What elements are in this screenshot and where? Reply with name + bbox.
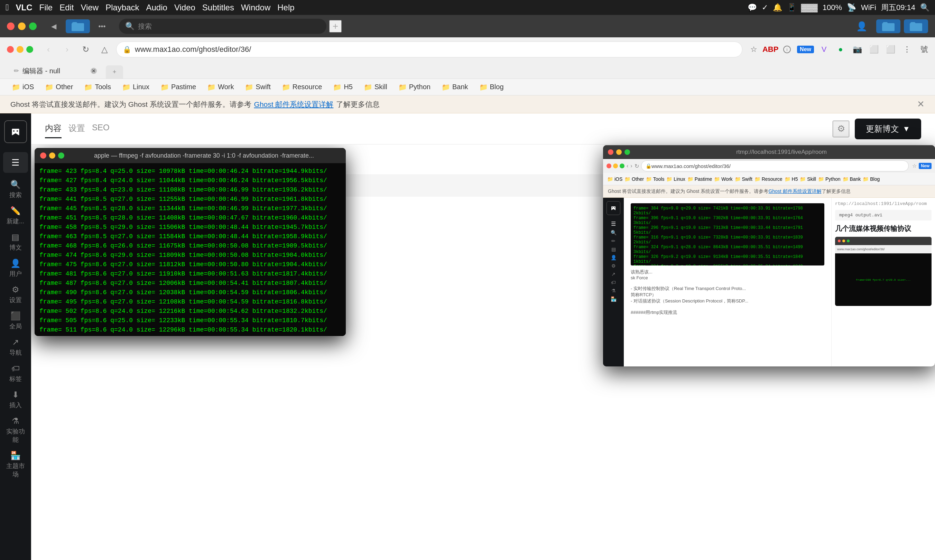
ext-btn-4[interactable]: ⬜ xyxy=(867,43,880,56)
new-tab-btn[interactable]: + xyxy=(329,20,342,32)
menu-help[interactable]: Help xyxy=(277,3,294,12)
apple-menu[interactable]:  xyxy=(6,2,9,13)
term-max-btn[interactable] xyxy=(58,152,64,158)
inactive-tab[interactable]: + xyxy=(106,65,123,78)
ext-btn-5[interactable]: ⬜ xyxy=(884,43,897,56)
sw-bm-other[interactable]: 📁 Other xyxy=(624,176,644,182)
tab-seo[interactable]: SEO xyxy=(92,119,109,138)
bookmark-work[interactable]: 📁 Work xyxy=(202,81,239,93)
sw-inner-max[interactable] xyxy=(620,163,624,168)
notification-link[interactable]: Ghost 邮件系统设置详解 xyxy=(254,100,334,109)
ext-violet-btn[interactable]: V xyxy=(818,43,830,56)
bookmark-python[interactable]: 📁 Python xyxy=(393,81,435,93)
menu-video[interactable]: Video xyxy=(174,3,196,12)
browser-wc-close[interactable] xyxy=(7,46,14,53)
menu-view[interactable]: View xyxy=(81,3,99,12)
sidebar-item-global[interactable]: ⬛ 全局 xyxy=(3,308,27,334)
sw-bm-linux[interactable]: 📁 Linux xyxy=(666,176,685,182)
term-close-btn[interactable] xyxy=(40,152,46,158)
adblock-btn[interactable]: ABP xyxy=(764,43,777,56)
app-name[interactable]: VLC xyxy=(16,3,32,12)
tab-settings[interactable]: 设置 xyxy=(68,119,85,138)
sw-tags-icon[interactable]: 🏷 xyxy=(611,280,616,285)
sw-settings-icon[interactable]: ⚙ xyxy=(612,263,616,269)
search-menubar-icon[interactable]: 🔍 xyxy=(920,3,929,12)
second-address-bar[interactable]: 🔒 www.max1ao.com/ghost/editor/36/ xyxy=(641,160,909,171)
more-btn[interactable]: ⋮ xyxy=(900,43,913,56)
bookmark-other[interactable]: 📁 Other xyxy=(40,81,78,93)
home-btn[interactable]: △ xyxy=(97,43,111,56)
sw-edit-icon[interactable]: ✏ xyxy=(612,238,616,244)
sidebar-item-insert[interactable]: ⬇ 插入 xyxy=(3,386,27,413)
active-tab[interactable]: ✏ 编辑器 - null ✕ xyxy=(7,63,104,78)
sw-back[interactable]: ‹ xyxy=(627,163,628,169)
sw-posts-icon[interactable]: ▤ xyxy=(612,246,616,252)
ext-icon-1[interactable]: i xyxy=(781,43,793,56)
sw-experiments-icon[interactable]: ⚗ xyxy=(612,288,616,294)
sw-bm-tools[interactable]: 📁 Tools xyxy=(646,176,664,182)
sw-inner-min[interactable] xyxy=(613,163,618,168)
bookmark-h5[interactable]: 📁 H5 xyxy=(328,81,357,93)
bookmark-ios[interactable]: 📁 iOS xyxy=(7,81,39,93)
sidebar-item-tags[interactable]: 🏷 标签 xyxy=(3,360,27,386)
sidebar-item-posts[interactable]: ▤ 博文 xyxy=(3,229,27,255)
sidebar-item-themes[interactable]: 🏪 主题市场 xyxy=(3,447,27,482)
sw-bm-swift[interactable]: 📁 Swift xyxy=(735,176,752,182)
menu-playback[interactable]: Playback xyxy=(105,3,139,12)
sidebar-item-experiments[interactable]: ⚗ 实验功能 xyxy=(3,413,27,447)
window-maximize-btn[interactable] xyxy=(29,23,37,30)
sidebar-item-nav[interactable]: ↗ 导航 xyxy=(3,334,27,360)
star-btn[interactable]: ☆ xyxy=(747,43,760,56)
sw-fwd[interactable]: › xyxy=(630,163,632,169)
sidebar-menu-btn[interactable]: ☰ xyxy=(3,152,28,173)
editor-settings-btn[interactable]: ⚙ xyxy=(833,121,849,137)
sw-bm-skill[interactable]: 📁 Skill xyxy=(800,176,816,182)
bookmark-bank[interactable]: 📁 Bank xyxy=(437,81,473,93)
tab-close-btn[interactable]: ✕ xyxy=(91,68,97,74)
sidebar-item-settings[interactable]: ⚙ 设置 xyxy=(3,282,27,308)
menu-window[interactable]: Window xyxy=(241,3,270,12)
sw-bm-python[interactable]: 📁 Python xyxy=(818,176,840,182)
menu-edit[interactable]: Edit xyxy=(60,3,74,12)
sw-search-icon[interactable]: 🔍 xyxy=(611,230,616,235)
sidebar-item-search[interactable]: 🔍 搜索 xyxy=(3,176,27,203)
bookmark-tools[interactable]: 📁 Tools xyxy=(79,81,116,93)
sw-refresh[interactable]: ↻ xyxy=(635,163,639,169)
bookmark-skill[interactable]: 📁 Skill xyxy=(359,81,392,93)
sw-bm-h5[interactable]: 📁 H5 xyxy=(785,176,798,182)
sw-bm-pastime[interactable]: 📁 Pastime xyxy=(687,176,712,182)
sw-max-btn[interactable] xyxy=(624,149,630,155)
forward-btn[interactable]: › xyxy=(60,43,74,56)
ext-green-btn[interactable]: ● xyxy=(834,43,847,56)
tab-content[interactable]: 内容 xyxy=(45,119,62,138)
sw-users-icon[interactable]: 👤 xyxy=(611,255,616,260)
back-btn[interactable]: ‹ xyxy=(42,43,55,56)
ext-camera-btn[interactable]: 📷 xyxy=(850,43,864,56)
sw-inner-close[interactable] xyxy=(607,163,612,168)
sw-star[interactable]: ☆ xyxy=(912,163,917,169)
sidebar-item-new[interactable]: ✏️ 新建... xyxy=(3,203,27,229)
window-close-btn[interactable] xyxy=(7,23,14,30)
bookmark-swift[interactable]: 📁 Swift xyxy=(240,81,275,93)
bookmark-blog[interactable]: 📁 Blog xyxy=(474,81,509,93)
sw-bm-bank[interactable]: 📁 Bank xyxy=(843,176,861,182)
sw-notif-link[interactable]: Ghost 邮件系统设置详解 xyxy=(768,188,821,195)
browser-wc-max[interactable] xyxy=(26,46,33,53)
profile-btn[interactable]: 👤 xyxy=(853,18,870,35)
browser-wc-min[interactable] xyxy=(17,46,23,53)
notification-close-btn[interactable]: ✕ xyxy=(917,99,925,109)
sw-menu-icon[interactable]: ☰ xyxy=(611,220,616,227)
menu-subtitles[interactable]: Subtitles xyxy=(202,3,234,12)
sw-themes-icon[interactable]: 🏪 xyxy=(611,296,616,302)
bookmark-linux[interactable]: 📁 Linux xyxy=(117,81,154,93)
sw-close-btn[interactable] xyxy=(608,149,613,155)
address-bar[interactable]: 🔒 www.max1ao.com/ghost/editor/36/ xyxy=(116,42,742,57)
refresh-btn[interactable]: ↻ xyxy=(79,43,93,56)
bookmark-pastime[interactable]: 📁 Pastime xyxy=(156,81,201,93)
term-min-btn[interactable] xyxy=(49,152,55,158)
tab-search-bar[interactable]: 🔍 搜索 xyxy=(119,18,327,34)
sw-nav-icon[interactable]: ↗ xyxy=(612,271,616,277)
sw-bm-work[interactable]: 📁 Work xyxy=(714,176,732,182)
window-minimize-btn[interactable] xyxy=(18,23,26,30)
bookmark-resource[interactable]: 📁 Resource xyxy=(277,81,327,93)
